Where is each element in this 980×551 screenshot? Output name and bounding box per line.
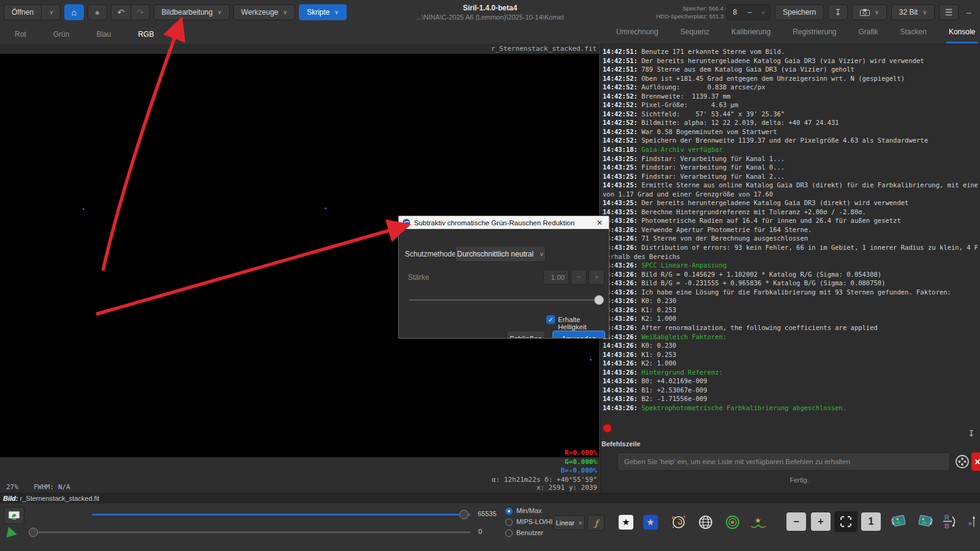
fwhm-status: FWHM: N/A <box>34 483 70 491</box>
redo-button[interactable]: ↷ <box>130 4 150 20</box>
command-history-button[interactable] <box>954 453 970 470</box>
quick-stretch-icon[interactable] <box>6 527 18 540</box>
radio-mips-label: MIPS-LO/HI <box>516 518 552 525</box>
dialog-close-icon[interactable]: ✕ <box>594 219 605 227</box>
lo-slider-handle[interactable] <box>29 528 38 537</box>
console-line: 14:43:26: Bild R/G = 0.145629 + 1.102002… <box>603 270 978 279</box>
star-point <box>83 208 85 210</box>
star-mask-button[interactable]: ★ <box>616 513 636 531</box>
tab-gruen[interactable]: Grün <box>47 26 76 42</box>
svg-text:★: ★ <box>755 516 761 525</box>
werkzeuge-menu-button[interactable]: Werkzeuge∨ <box>233 4 295 20</box>
console-line: 14:43:26: Verwende Apertur Photometrie f… <box>603 225 978 234</box>
threads-plus-button[interactable]: + <box>756 8 770 17</box>
minimize-button[interactable]: – <box>963 7 975 17</box>
open-dropdown-button[interactable]: ∨ <box>41 4 61 20</box>
tab-sequenz[interactable]: Sequenz <box>678 23 712 43</box>
strength-slider-track[interactable] <box>409 299 600 301</box>
svg-text:B: B <box>944 522 949 530</box>
preserve-lightness-checkbox[interactable]: ✓ <box>546 315 555 324</box>
strength-plus-button[interactable]: + <box>589 269 605 285</box>
pixel-value-b: B=-0.000% <box>0 467 597 474</box>
lo-slider-track[interactable] <box>38 531 470 533</box>
tab-rgb[interactable]: RGB <box>132 26 160 42</box>
tab-blau[interactable]: Blau <box>90 26 117 42</box>
fx-icon: ƒ <box>594 518 597 528</box>
radio-minmax[interactable] <box>505 508 513 515</box>
skripte-menu-button[interactable]: Skripte∨ <box>299 4 347 20</box>
abort-command-button[interactable]: ✕ <box>971 452 980 471</box>
deepsky-catalog-button[interactable]: ✦✦ <box>669 513 688 531</box>
hi-value: 65535 <box>478 510 497 517</box>
tab-stacken[interactable]: Stacken <box>898 23 929 43</box>
console-line: 14:42:52: Bildmitte: alpha: 12 22 2.019,… <box>603 118 978 127</box>
autostretch-channels-button[interactable]: ƒ <box>587 515 605 531</box>
zoom-fit-button[interactable] <box>834 511 858 532</box>
console-line: 14:43:26: K2: 1.000 <box>603 314 978 323</box>
pixel-value-g: G=0.000% <box>0 458 597 466</box>
radio-user[interactable] <box>505 530 513 537</box>
annotations-button[interactable]: ★ <box>641 513 660 531</box>
strength-minus-button[interactable]: − <box>571 269 587 285</box>
photometry-button[interactable] <box>723 513 742 531</box>
bildbearbeitung-menu-button[interactable]: Bildbearbeitung∨ <box>154 4 230 20</box>
mirror-y-icon: R <box>968 513 980 530</box>
hi-slider-track[interactable] <box>92 514 470 515</box>
dialog-apply-button[interactable]: Anwenden <box>552 331 605 339</box>
tab-konsole[interactable]: Konsole <box>946 23 978 43</box>
zoom-out-button[interactable]: − <box>786 512 806 531</box>
zoom-one-button[interactable]: 1 <box>861 512 881 531</box>
command-input[interactable]: Geben Sie 'help' ein, um eine Liste mit … <box>617 452 950 471</box>
mirror-x-button[interactable]: RB <box>941 512 960 531</box>
galaxy-icon: ✦✦ <box>671 514 687 530</box>
mirror-y-button[interactable]: R <box>968 512 980 531</box>
zoom-in-button[interactable]: + <box>811 512 831 531</box>
comet-icon: ★ <box>750 514 767 530</box>
tab-rot[interactable]: Rot <box>9 26 32 42</box>
titlebar-left-toolbar: Öffnen ∨ ⌂ ● ↶ ↷ Bildbearbeitung∨ Werkze… <box>4 4 347 20</box>
rotate-right-button[interactable] <box>915 512 935 531</box>
console-line: 14:43:25: Findstar: Verarbeitung für Kan… <box>603 154 978 163</box>
hamburger-menu-button[interactable]: ☰ <box>939 4 959 20</box>
rotate-left-button[interactable] <box>889 512 909 531</box>
display-settings-button[interactable] <box>4 507 24 524</box>
open-button[interactable]: Öffnen <box>4 4 41 20</box>
fit-screen-icon <box>840 516 851 527</box>
dialog-close-button[interactable]: Schließen <box>507 331 545 339</box>
save-button[interactable]: Speichern <box>775 4 824 20</box>
record-button[interactable]: ● <box>88 4 107 20</box>
snapshot-button[interactable]: ∨ <box>852 4 887 20</box>
display-mode-select[interactable]: Linear∨ <box>553 515 585 530</box>
undo-button[interactable]: ↶ <box>111 4 130 20</box>
strength-slider-handle[interactable] <box>594 295 604 305</box>
method-select[interactable]: Durchschnittlich neutral∨ <box>455 246 546 262</box>
star-mask-icon: ★ <box>619 515 633 530</box>
dialog-titlebar[interactable]: Subtraktiv chromatische Grün-Rauschen Re… <box>399 216 609 229</box>
star-annotation-icon: ★ <box>643 515 658 530</box>
bitdepth-select[interactable]: 32 Bit∨ <box>891 4 935 20</box>
astrometry-grid-button[interactable] <box>696 513 715 531</box>
hi-slider-handle[interactable] <box>459 510 469 519</box>
tab-umrechnung[interactable]: Umrechnung <box>614 23 661 43</box>
home-button[interactable]: ⌂ <box>64 4 84 20</box>
console-log[interactable]: 14:42:51: Benutze 171 erkannte Sterne vo… <box>603 47 978 414</box>
threads-minus-button[interactable]: − <box>743 8 756 17</box>
console-line: 14:43:25: Findstar: Verarbeitung für Kan… <box>603 163 978 172</box>
radio-mips[interactable] <box>505 519 513 526</box>
tab-kalibrierung[interactable]: Kalibrierung <box>729 23 773 43</box>
export-console-icon[interactable]: ↧ <box>968 429 975 438</box>
tab-registrierung[interactable]: Registrierung <box>790 23 839 43</box>
memory-usage: Speicher: 566.4 MiB <box>656 4 735 12</box>
console-line: 14:42:51: Benutze 171 erkannte Sterne vo… <box>603 47 978 56</box>
undo-icon: ↶ <box>117 7 124 17</box>
stop-process-button[interactable] <box>603 424 612 433</box>
comet-tool-button[interactable]: ★ <box>748 513 768 531</box>
threads-spinner[interactable]: 8 − + <box>726 4 771 20</box>
save-as-button[interactable]: ↧ <box>828 4 848 20</box>
bild-label: Bild: <box>3 495 18 502</box>
strength-value[interactable]: 1.00 <box>543 269 569 285</box>
tab-grafik[interactable]: Grafik <box>856 23 881 43</box>
console-line: 14:43:25: Der bereits heruntergeladene K… <box>603 198 978 208</box>
console-line: 14:42:52: War 0.58 Bogenminuten vom Star… <box>603 127 978 137</box>
zoom-level: 27% <box>6 483 18 491</box>
